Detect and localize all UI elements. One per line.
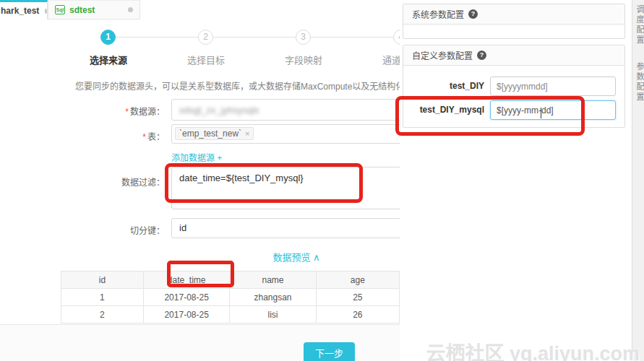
cell-id: 2 [61,306,144,323]
required-asterisk: * [142,132,146,142]
sql-file-icon: Sql [55,5,65,14]
split-key-label: 切分键： [0,224,165,236]
step-label-select-target[interactable]: 选择目标 [163,53,249,66]
table-row: 1 2017-08-25 zhangsan 25 [61,289,400,306]
step-circle-2[interactable]: 2 [198,30,213,45]
text-cursor [541,108,541,118]
system-params-body [403,25,624,38]
tab-label: sdtest [69,5,95,15]
col-header-id: id [61,271,144,289]
col-header-date-time: date_time [143,271,229,289]
table-header-row: id date_time name age [61,271,400,289]
stepper-connector-line [108,37,400,38]
cell-age: 25 [316,289,399,306]
source-description-text: 您要同步的数据源头，可以是关系型数据库，或大数据存储MaxCompute以及无结… [75,79,400,92]
tab-label: hark_test [1,6,39,16]
step-label-channel-control[interactable]: 通道控制 [358,53,400,66]
tag-remove-icon[interactable]: × [245,129,249,138]
custom-params-body: test_DIY test_DIY_mysql [403,66,624,127]
help-icon[interactable]: ? [468,9,478,19]
datasource-select[interactable]: xdsgl_zx_jyhsysqlx [171,99,400,121]
tab-hark-test[interactable]: hark_test [0,0,48,19]
param-name-test-diy: test_DIY [403,81,484,91]
tab-status-dot[interactable] [128,7,133,12]
step-circle-1[interactable]: 1 [100,30,116,45]
data-preview-toggle[interactable]: 数据预览 ∧ [246,250,347,264]
wizard-stepper: 1 2 3 4 选择来源 选择目标 字段映射 通道控制 [0,27,400,71]
cell-date-time: 2017-08-25 [143,306,229,323]
tab-sdtest[interactable]: Sql sdtest [48,0,140,19]
dataworks-sync-screen: hark_test Sql sdtest 1 2 3 4 选择来源 选择目标 字… [0,0,644,361]
system-params-title: 系统参数配置 [412,8,464,20]
table-select[interactable]: `emp_test_new` × [171,124,400,144]
step-circle-4[interactable]: 4 [393,30,400,45]
cell-age: 26 [316,306,399,323]
datasource-label: *数据源： [0,105,165,117]
step-circle-3[interactable]: 3 [296,30,311,45]
cell-name: lisi [230,306,316,323]
table-row: 2 2017-08-25 lisi 26 [61,306,400,323]
dock-tab-scheduling-config[interactable]: 调度配置 [634,5,644,45]
param-value-test-diy-input[interactable] [490,77,616,96]
parameters-panel: 系统参数配置 ? 自定义参数配置 ? test_DIY test_DIY_mys… [400,0,632,361]
cell-date-time: 2017-08-25 [143,289,229,306]
param-value-test-diy-mysql-input[interactable] [490,100,616,120]
data-filter-textarea[interactable]: date_time=${test_DIY_mysql} [171,167,400,209]
add-datasource-link[interactable]: 添加数据源 + [171,151,222,163]
custom-params-header: 自定义参数配置 ? [403,45,624,66]
help-icon[interactable]: ? [477,51,486,60]
table-label: *表： [0,130,165,142]
right-dock-tabstrip: 调度配置 参数配置 [632,0,644,361]
table-tag-label: `emp_test_new` [179,129,241,139]
source-config-pane: hark_test Sql sdtest 1 2 3 4 选择来源 选择目标 字… [0,0,400,361]
dock-tab-parameter-config[interactable]: 参数配置 [634,62,644,103]
col-header-name: name [230,271,316,289]
system-params-header: 系统参数配置 ? [403,4,624,25]
cell-id: 1 [61,289,144,306]
step-label-field-mapping[interactable]: 字段映射 [260,53,347,66]
step-label-select-source[interactable]: 选择来源 [65,53,152,66]
custom-params-section: 自定义参数配置 ? test_DIY test_DIY_mysql [403,45,625,128]
split-key-input[interactable]: id [171,218,400,238]
filter-label: 数据过滤： [0,175,165,188]
tab-status-dot[interactable] [45,9,47,14]
next-step-button[interactable]: 下一步 [304,342,355,361]
col-header-age: age [316,271,399,289]
cell-name: zhangsan [230,289,316,306]
datasource-value-redacted: xdsgl_zx_jyhsysqlx [179,105,259,116]
custom-params-title: 自定义参数配置 [412,49,473,61]
table-tag: `emp_test_new` × [175,127,254,140]
param-name-test-diy-mysql: test_DIY_mysql [403,105,484,115]
yunqi-watermark: 云栖社区 yq.aliyun.com [426,338,640,361]
data-preview-table: id date_time name age 1 2017-08-25 zhang… [61,271,400,323]
required-asterisk: * [125,107,129,117]
system-params-section: 系统参数配置 ? [403,4,625,39]
editor-tabbar: hark_test Sql sdtest [0,0,400,19]
